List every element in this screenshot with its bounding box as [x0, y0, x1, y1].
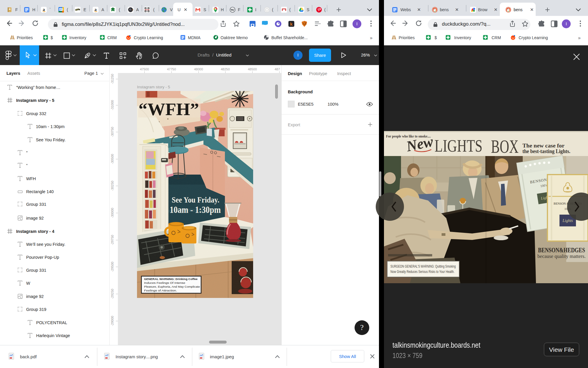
- svg-text:-31250: -31250: [111, 74, 114, 84]
- svg-text:a: a: [95, 7, 97, 12]
- svg-text:because quality matters.: because quality matters.: [537, 253, 586, 259]
- svg-text:-31000: -31000: [111, 100, 114, 110]
- svg-text:-30000: -30000: [111, 208, 114, 218]
- svg-text:k: k: [290, 21, 293, 26]
- svg-text:SURGEON GENERAL'S WARNING: Qui: SURGEON GENERAL'S WARNING: Quitting Smok…: [390, 264, 456, 268]
- svg-text:BOX: BOX: [491, 136, 519, 157]
- svg-text:BENSON&HEDGES: BENSON&HEDGES: [538, 246, 585, 254]
- svg-text:-30500: -30500: [111, 154, 114, 164]
- svg-text:LIGHTS: LIGHTS: [435, 136, 482, 155]
- svg-text:Now Greatly Reduces Serious Ri: Now Greatly Reduces Serious Risks to You…: [390, 270, 455, 274]
- svg-text:-29000: -29000: [111, 316, 114, 326]
- svg-text:-30250: -30250: [111, 181, 114, 191]
- svg-text:27: 27: [60, 8, 63, 11]
- svg-text:The new case for: The new case for: [522, 143, 564, 149]
- svg-text:Lights: Lights: [562, 218, 573, 223]
- svg-text:-29250: -29250: [111, 289, 114, 299]
- svg-text:-30750: -30750: [111, 127, 114, 137]
- svg-text:the best-tasting Lights.: the best-tasting Lights.: [522, 148, 570, 154]
- svg-text:a: a: [43, 7, 45, 12]
- svg-text:-29750: -29750: [111, 235, 114, 245]
- svg-text:-29500: -29500: [111, 262, 114, 272]
